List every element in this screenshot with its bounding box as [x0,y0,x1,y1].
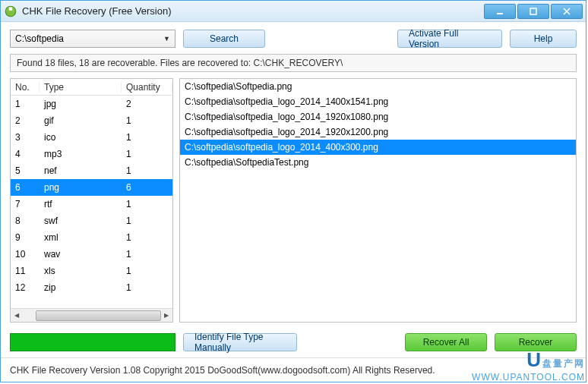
cell-no: 5 [11,165,40,176]
recover-all-button[interactable]: Recover All [405,333,487,351]
table-row[interactable]: 5nef1 [11,162,172,179]
list-item[interactable]: C:\softpedia\softpedia_logo_2014_400x300… [180,140,576,155]
search-button[interactable]: Search [183,30,265,48]
table-row[interactable]: 4mp31 [11,146,172,162]
type-table: No. Type Quantity 1jpg22gif13ico14mp315n… [11,79,172,308]
scroll-left-icon[interactable]: ◀ [11,310,22,322]
cell-no: 10 [11,249,40,260]
table-row[interactable]: 10wav1 [11,246,172,263]
list-item[interactable]: C:\softpedia\softpedia_logo_2014_1920x12… [180,124,576,140]
table-row[interactable]: 6png6 [11,179,172,196]
cell-no: 8 [11,216,40,226]
main-area: No. Type Quantity 1jpg22gif13ico14mp315n… [1,78,586,329]
table-row[interactable]: 9xml1 [11,229,172,246]
cell-no: 2 [11,115,40,126]
recover-button[interactable]: Recover [495,333,577,351]
chevron-down-icon: ▼ [163,35,170,42]
footer-text: CHK File Recovery Version 1.08 Copyright… [10,365,435,376]
toolbar: C:\softpedia ▼ Search Activate Full Vers… [1,22,586,54]
cell-qty: 6 [122,182,172,193]
cell-no: 9 [11,232,40,243]
col-quantity[interactable]: Quantity [122,82,172,93]
scroll-thumb[interactable] [36,310,160,321]
type-table-panel: No. Type Quantity 1jpg22gif13ico14mp315n… [10,78,173,323]
col-type[interactable]: Type [40,82,122,93]
cell-type: mp3 [40,149,122,159]
cell-qty: 1 [122,115,172,126]
table-row[interactable]: 2gif1 [11,112,172,129]
table-row[interactable]: 1jpg2 [11,96,172,112]
app-icon [4,5,17,18]
cell-qty: 1 [122,165,172,176]
cell-type: png [40,182,122,193]
maximize-button[interactable] [517,4,549,19]
list-item[interactable]: C:\softpedia\SoftpediaTest.png [180,155,576,170]
path-combobox[interactable]: C:\softpedia ▼ [10,30,175,48]
svg-rect-3 [530,8,536,14]
minimize-button[interactable] [484,4,516,19]
file-list-panel: C:\softpedia\Softpedia.pngC:\softpedia\s… [179,78,577,323]
progress-bar [10,333,175,351]
cell-type: wav [40,249,122,260]
footer: CHK File Recovery Version 1.08 Copyright… [1,357,586,382]
cell-no: 7 [11,199,40,209]
cell-qty: 1 [122,249,172,260]
cell-type: jpg [40,99,122,109]
window-title: CHK File Recovery (Free Version) [22,5,484,17]
scroll-right-icon[interactable]: ▶ [161,310,172,322]
cell-no: 12 [11,282,40,293]
table-row[interactable]: 8swf1 [11,212,172,229]
table-header: No. Type Quantity [11,79,172,96]
cell-qty: 1 [122,266,172,276]
table-row[interactable]: 11xls1 [11,263,172,279]
table-row[interactable]: 3ico1 [11,129,172,146]
list-item[interactable]: C:\softpedia\Softpedia.png [180,79,576,94]
col-no[interactable]: No. [11,82,40,93]
cell-no: 6 [11,182,40,193]
help-label: Help [534,33,553,44]
list-item[interactable]: C:\softpedia\softpedia_logo_2014_1400x15… [180,94,576,109]
cell-no: 1 [11,99,40,109]
table-row[interactable]: 12zip1 [11,279,172,296]
window-controls [484,4,583,19]
cell-qty: 1 [122,149,172,159]
identify-button[interactable]: Identify File Type Manually [183,333,297,351]
cell-qty: 2 [122,99,172,109]
search-label: Search [210,33,239,44]
cell-qty: 1 [122,282,172,293]
table-row[interactable]: 7rtf1 [11,196,172,212]
cell-type: zip [40,282,122,293]
cell-type: nef [40,165,122,176]
recover-all-label: Recover All [423,337,469,348]
cell-type: rtf [40,199,122,209]
titlebar: CHK File Recovery (Free Version) [1,1,586,22]
path-value: C:\softpedia [15,33,64,44]
cell-qty: 1 [122,216,172,226]
cell-type: ico [40,132,122,143]
app-window: CHK File Recovery (Free Version) C:\soft… [0,0,586,382]
cell-no: 4 [11,149,40,159]
cell-type: gif [40,115,122,126]
svg-rect-1 [9,7,13,11]
list-item[interactable]: C:\softpedia\softpedia_logo_2014_1920x10… [180,109,576,124]
cell-qty: 1 [122,199,172,209]
horizontal-scrollbar[interactable]: ◀ ▶ [11,308,172,322]
cell-type: xls [40,266,122,276]
bottom-bar: Identify File Type Manually Recover All … [1,329,586,357]
identify-label: Identify File Type Manually [194,332,286,353]
cell-type: xml [40,232,122,243]
help-button[interactable]: Help [510,30,577,48]
close-button[interactable] [551,4,583,19]
status-text: Found 18 files, 18 are recoverable. File… [17,58,343,68]
cell-qty: 1 [122,132,172,143]
activate-label: Activate Full Version [409,28,491,49]
activate-button[interactable]: Activate Full Version [397,30,502,48]
cell-no: 3 [11,132,40,143]
cell-no: 11 [11,266,40,276]
cell-qty: 1 [122,232,172,243]
cell-type: swf [40,216,122,226]
status-bar: Found 18 files, 18 are recoverable. File… [10,54,577,72]
recover-label: Recover [519,337,553,348]
